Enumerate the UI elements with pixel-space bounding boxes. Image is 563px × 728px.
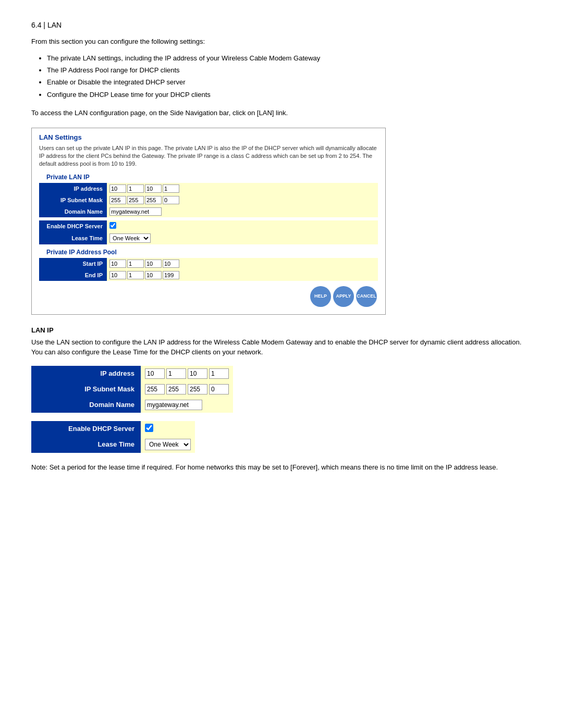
detail-lease-time-cell: One Week Forever One Day Two Days One Mo…: [141, 436, 195, 453]
start-octet2-small[interactable]: [127, 260, 144, 268]
detail-ip-octet4[interactable]: [209, 368, 229, 379]
subnet-mask-group-small: [109, 196, 375, 204]
ip-octet1-small[interactable]: [109, 184, 126, 193]
end-ip-input-cell-small: [107, 269, 378, 281]
detail-enable-dhcp-cell: [141, 421, 195, 436]
detail-dhcp-table: Enable DHCP Server Lease Time One Week F…: [31, 421, 195, 453]
bullet-1: The private LAN settings, including the …: [47, 52, 532, 64]
private-lan-ip-label: Private LAN IP: [46, 174, 378, 181]
detail-lease-time-label: Lease Time: [31, 436, 141, 453]
ip-address-input-cell-small: [107, 183, 378, 194]
cancel-button[interactable]: CANCEL: [356, 286, 377, 307]
table-row: Lease Time One Week Forever One Day Two …: [31, 436, 195, 453]
lease-time-input-cell-small: One Week Forever One Day Two Days One Mo…: [107, 232, 378, 244]
detail-domain-cell: [141, 397, 233, 413]
help-button[interactable]: HELP: [310, 286, 331, 307]
start-octet4-small[interactable]: [163, 260, 179, 268]
ip-octet4-small[interactable]: [163, 184, 179, 193]
table-row: Enable DHCP Server: [31, 421, 195, 436]
mask-octet1-small[interactable]: [109, 196, 126, 204]
detail-mask-octet2[interactable]: [166, 384, 186, 394]
note-text: Note: Set a period for the lease time if…: [31, 462, 532, 473]
lease-time-select-small[interactable]: One Week Forever One Day Two Days One Mo…: [109, 233, 151, 243]
detail-subnet-group: [145, 384, 229, 394]
detail-mask-octet3[interactable]: [188, 384, 207, 394]
intro-text: From this section you can configure the …: [31, 36, 532, 47]
detail-ip-octet1[interactable]: [145, 368, 165, 379]
mask-octet3-small[interactable]: [145, 196, 162, 204]
bullet-4: Configure the DHCP Lease time for your D…: [47, 89, 532, 101]
ip-octet2-small[interactable]: [127, 184, 144, 193]
detail-domain-label: Domain Name: [31, 397, 141, 413]
start-octet1-small[interactable]: [109, 260, 126, 268]
small-form-table: IP address IP Subnet Mask: [39, 183, 378, 244]
detail-ip-table: IP address IP Subnet Mask Domain Name: [31, 366, 233, 413]
table-row: Domain Name: [39, 206, 378, 217]
table-row: Domain Name: [31, 397, 233, 413]
table-row: IP Subnet Mask: [31, 381, 233, 397]
ip-address-label-small: IP address: [39, 183, 107, 194]
end-octet2-small[interactable]: [127, 271, 144, 279]
detail-lease-time-select[interactable]: One Week Forever One Day Two Days One Mo…: [145, 439, 191, 450]
lan-settings-box: LAN Settings Users can set up the privat…: [31, 128, 386, 315]
end-ip-group-small: [109, 271, 375, 279]
end-octet4-small[interactable]: [163, 271, 179, 279]
access-note: To access the LAN configuration page, on…: [31, 108, 532, 118]
ip-octet3-small[interactable]: [145, 184, 162, 193]
detail-enable-dhcp-checkbox[interactable]: [145, 424, 153, 432]
table-row: Lease Time One Week Forever One Day Two …: [39, 232, 378, 244]
detail-mask-octet1[interactable]: [145, 384, 165, 394]
start-ip-input-cell-small: [107, 258, 378, 269]
button-row: HELP APPLY CANCEL: [39, 286, 378, 307]
detail-ip-octet3[interactable]: [188, 368, 207, 379]
table-row: End IP: [39, 269, 378, 281]
lan-settings-title: LAN Settings: [39, 133, 378, 141]
ip-address-group-small: [109, 184, 375, 193]
detail-domain-input[interactable]: [145, 400, 202, 410]
feature-list: The private LAN settings, including the …: [47, 52, 532, 101]
detail-subnet-cell: [141, 381, 233, 397]
start-ip-label-small: Start IP: [39, 258, 107, 269]
mask-octet2-small[interactable]: [127, 196, 144, 204]
subnet-mask-input-cell-small: [107, 194, 378, 206]
detail-ip-octet2[interactable]: [166, 368, 186, 379]
table-row: Start IP: [39, 258, 378, 269]
detail-ip-address-label: IP address: [31, 366, 141, 381]
private-ip-pool-label: Private IP Address Pool: [46, 249, 378, 256]
table-row: IP address: [39, 183, 378, 194]
domain-name-label-small: Domain Name: [39, 206, 107, 217]
detail-enable-dhcp-label: Enable DHCP Server: [31, 421, 141, 436]
detail-ip-address-cell: [141, 366, 233, 381]
domain-name-input-small[interactable]: [109, 207, 162, 216]
detail-ip-group: [145, 368, 229, 379]
end-octet3-small[interactable]: [145, 271, 162, 279]
detail-mask-octet4[interactable]: [209, 384, 229, 394]
lan-ip-desc: Use the LAN section to configure the LAN…: [31, 337, 532, 357]
pool-form-table: Start IP End IP: [39, 258, 378, 281]
start-ip-group-small: [109, 260, 375, 268]
lan-settings-desc: Users can set up the private LAN IP in t…: [39, 144, 378, 168]
detail-subnet-label: IP Subnet Mask: [31, 381, 141, 397]
mask-octet4-small[interactable]: [163, 196, 179, 204]
start-octet3-small[interactable]: [145, 260, 162, 268]
apply-button[interactable]: APPLY: [333, 286, 354, 307]
lease-time-label-small: Lease Time: [39, 232, 107, 244]
end-ip-label-small: End IP: [39, 269, 107, 281]
enable-dhcp-label-small: Enable DHCP Server: [39, 220, 107, 232]
domain-name-input-cell-small: [107, 206, 378, 217]
subnet-mask-label-small: IP Subnet Mask: [39, 194, 107, 206]
table-row: IP Subnet Mask: [39, 194, 378, 206]
table-row: Enable DHCP Server: [39, 220, 378, 232]
enable-dhcp-input-cell-small: [107, 220, 378, 232]
table-row: IP address: [31, 366, 233, 381]
bullet-2: The IP Address Pool range for DHCP clien…: [47, 64, 532, 76]
end-octet1-small[interactable]: [109, 271, 126, 279]
bullet-3: Enable or Disable the integrated DHCP se…: [47, 76, 532, 88]
enable-dhcp-checkbox-small[interactable]: [109, 222, 116, 229]
lan-ip-heading: LAN IP: [31, 326, 532, 334]
section-heading: 6.4 | LAN: [31, 21, 532, 29]
